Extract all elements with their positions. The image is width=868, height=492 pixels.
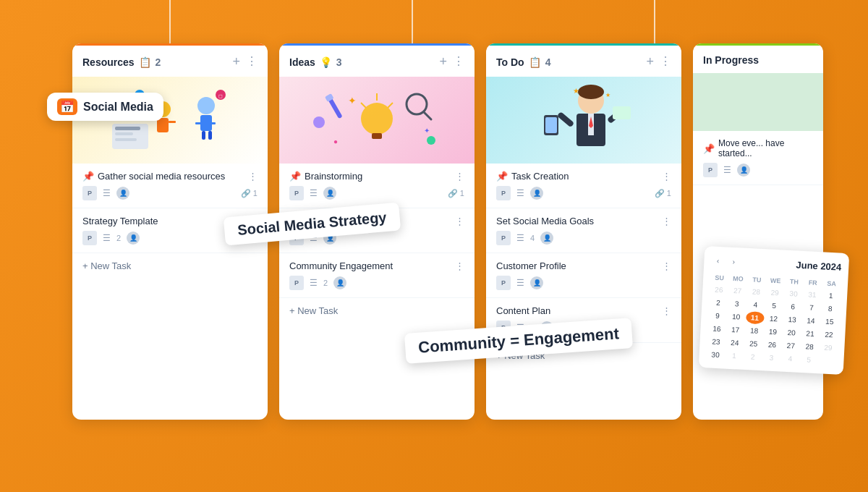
cal-day-27-prev[interactable]: 27 <box>728 284 747 297</box>
cal-day-7[interactable]: 7 <box>802 301 821 314</box>
cal-day-30[interactable]: 30 <box>706 348 725 361</box>
resources-new-task[interactable]: + New Task <box>72 253 268 279</box>
meta-p-goals[interactable]: P <box>496 231 511 245</box>
calendar-prev[interactable]: ‹ <box>711 253 725 267</box>
cal-header-tu: TU <box>748 274 767 285</box>
meta-list-customer: ☰ <box>516 278 524 288</box>
cal-day-5-next[interactable]: 5 <box>799 353 818 366</box>
task-brainstorming-menu[interactable]: ⋮ <box>455 171 464 182</box>
cal-day-3-next[interactable]: 3 <box>762 351 781 364</box>
cal-day-2[interactable]: 2 <box>709 296 728 309</box>
meta-p-move[interactable]: P <box>703 163 718 177</box>
cal-day-19[interactable]: 19 <box>764 325 783 338</box>
meta-p-icon[interactable]: P <box>82 186 97 200</box>
cal-day-27[interactable]: 27 <box>781 339 800 352</box>
cal-day-26-prev[interactable]: 26 <box>710 283 728 296</box>
cal-day-13[interactable]: 13 <box>783 313 801 326</box>
task-community-menu[interactable]: ⋮ <box>455 260 464 271</box>
cal-day-4-next[interactable]: 4 <box>781 352 800 365</box>
todo-count: 4 <box>545 56 551 68</box>
task-social-goals-name: Set Social Media Goals ⋮ <box>496 216 671 226</box>
meta-p-brainstorming[interactable]: P <box>289 186 304 200</box>
cal-day-24[interactable]: 24 <box>726 336 744 349</box>
task-menu-icon[interactable]: ⋮ <box>248 171 258 182</box>
svg-rect-13 <box>115 127 140 130</box>
task-creation-menu[interactable]: ⋮ <box>662 171 671 182</box>
meta-list-count-2: 2 <box>116 234 121 242</box>
cal-day-empty <box>818 354 837 367</box>
cal-day-1-next[interactable]: 1 <box>725 349 744 362</box>
cal-day-2-next[interactable]: 2 <box>744 350 762 363</box>
cal-day-4[interactable]: 4 <box>746 298 765 311</box>
svg-line-28 <box>424 112 431 119</box>
cal-day-8[interactable]: 8 <box>821 302 840 315</box>
cal-day-12[interactable]: 12 <box>765 312 783 325</box>
attachment-brainstorming: 🔗 1 <box>448 189 464 198</box>
ideas-add-icon[interactable]: + <box>439 54 447 69</box>
task-design-video-menu[interactable]: ⋮ <box>455 216 464 226</box>
cal-day-1[interactable]: 1 <box>822 289 841 302</box>
cal-header-mo: MO <box>729 273 748 284</box>
ideas-title: Ideas <box>289 56 315 68</box>
svg-rect-5 <box>195 122 203 124</box>
cal-day-6[interactable]: 6 <box>783 300 802 313</box>
meta-p-community[interactable]: P <box>289 276 304 290</box>
cal-day-30-prev[interactable]: 30 <box>784 287 803 300</box>
resources-menu-icon[interactable]: ⋮ <box>246 54 258 69</box>
svg-text:★: ★ <box>573 87 579 95</box>
task-task-creation: 📌 Task Creation ⋮ P ☰ 👤 🔗 1 <box>486 164 681 208</box>
cal-day-26[interactable]: 26 <box>763 338 782 351</box>
cal-day-17[interactable]: 17 <box>726 323 745 336</box>
task-content-menu[interactable]: ⋮ <box>662 305 671 316</box>
cal-day-29-prev[interactable]: 29 <box>765 286 784 299</box>
ideas-banner: ✦ ✦ ● <box>279 77 475 164</box>
cal-day-23[interactable]: 23 <box>707 335 726 348</box>
meta-p-creation[interactable]: P <box>496 186 511 200</box>
column-resources-header: Resources 📋 2 + ⋮ <box>72 43 268 77</box>
svg-text:✦: ✦ <box>348 95 357 106</box>
cal-day-22[interactable]: 22 <box>820 328 838 341</box>
cal-day-18[interactable]: 18 <box>745 324 764 337</box>
svg-rect-10 <box>157 118 169 132</box>
cal-day-10[interactable]: 10 <box>727 310 746 323</box>
svg-rect-23 <box>372 133 382 139</box>
cal-day-3[interactable]: 3 <box>728 297 746 310</box>
task-goals-menu[interactable]: ⋮ <box>662 216 671 226</box>
task-customer-menu[interactable]: ⋮ <box>662 260 671 271</box>
meta-p-customer[interactable]: P <box>496 276 511 290</box>
cal-day-21[interactable]: 21 <box>801 327 820 340</box>
cal-day-29-next[interactable]: 29 <box>819 341 838 354</box>
meta-p-icon-2[interactable]: P <box>82 231 97 245</box>
ideas-new-task[interactable]: + New Task <box>279 298 475 323</box>
cal-day-25[interactable]: 25 <box>744 337 763 350</box>
cal-day-5[interactable]: 5 <box>765 299 783 312</box>
cal-day-31-prev[interactable]: 31 <box>803 288 822 301</box>
move-pin: 📌 <box>703 143 715 154</box>
task-customer-profile: Customer Profile ⋮ P ☰ 👤 <box>486 253 681 298</box>
cal-day-15[interactable]: 15 <box>820 315 839 328</box>
column-inprogress-header: In Progress <box>693 43 823 73</box>
cal-day-11-today[interactable]: 11 <box>746 311 765 324</box>
cal-day-16[interactable]: 16 <box>707 322 726 335</box>
todo-add-icon[interactable]: + <box>646 54 654 69</box>
attachment-count: 🔗 1 <box>241 189 258 198</box>
task-brainstorming-name: 📌 Brainstorming ⋮ <box>289 171 464 182</box>
svg-point-34 <box>313 116 325 128</box>
cal-day-14[interactable]: 14 <box>801 314 820 327</box>
cal-day-9[interactable]: 9 <box>708 309 727 322</box>
svg-rect-44 <box>545 117 557 133</box>
cal-day-20[interactable]: 20 <box>782 326 801 339</box>
resources-add-icon[interactable]: + <box>232 54 240 69</box>
meta-list-creation: ☰ <box>516 188 524 198</box>
calendar-next[interactable]: › <box>727 255 741 268</box>
resources-actions: + ⋮ <box>232 54 258 69</box>
todo-actions: + ⋮ <box>646 54 671 69</box>
ideas-menu-icon[interactable]: ⋮ <box>453 54 464 69</box>
task-creation-meta: P ☰ 👤 🔗 1 <box>496 186 671 200</box>
cal-day-28[interactable]: 28 <box>800 340 819 353</box>
cal-day-28-prev[interactable]: 28 <box>747 285 766 298</box>
todo-menu-icon[interactable]: ⋮ <box>660 54 671 69</box>
column-resources-title-group: Resources 📋 2 <box>82 56 161 68</box>
column-ideas-header: Ideas 💡 3 + ⋮ <box>279 43 475 77</box>
meta-list-community: ☰ <box>310 278 318 288</box>
